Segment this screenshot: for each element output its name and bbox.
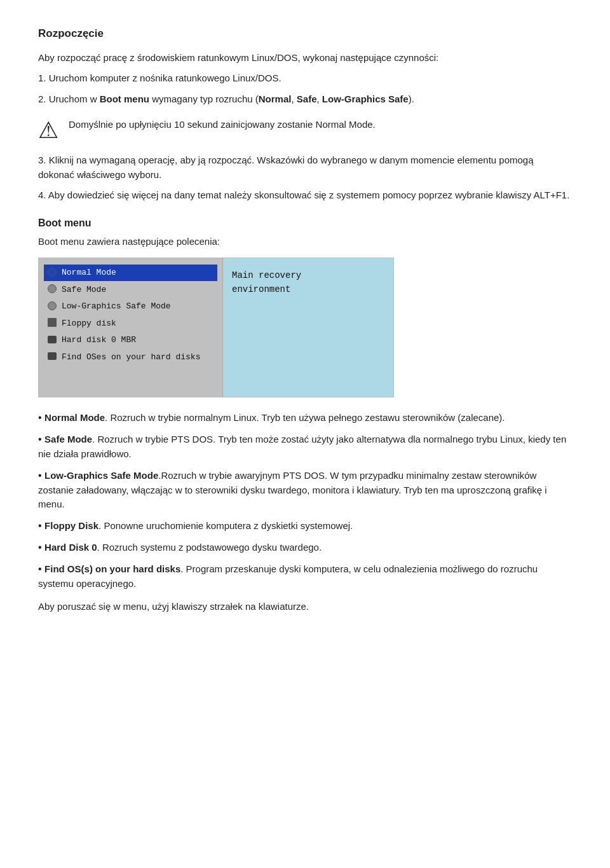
boot-menu-right-panel: Main recovery environment: [223, 258, 393, 397]
floppy-icon: [48, 318, 58, 328]
page-title: Rozpoczęcie: [38, 25, 572, 42]
menu-item-safe: Safe Mode: [44, 282, 217, 298]
warning-text: Domyślnie po upłynięciu 10 sekund zainic…: [69, 118, 376, 132]
menu-label-floppy: Floppy disk: [62, 317, 116, 330]
menu-label-normal: Normal Mode: [62, 266, 116, 279]
harddisk-desc: . Rozruch systemu z podstawowego dysku t…: [97, 542, 322, 553]
menu-label-safe: Safe Mode: [62, 284, 106, 296]
harddisk-icon: [48, 335, 58, 345]
boot-menu-desc: Boot menu zawiera następujące polecenia:: [38, 235, 572, 249]
step2-safe-bold: Safe: [297, 93, 317, 104]
step1-paragraph: 1. Uruchom komputer z nośnika ratunkoweg…: [38, 71, 572, 86]
step2-suffix: wymagany typ rozruchu (: [149, 93, 259, 104]
menu-label-findos: Find OSes on your hard disks: [62, 351, 200, 364]
lowgraphics-mode-bullet: Low-Graphics Safe Mode.Rozruch w trybie …: [38, 468, 572, 512]
normal-mode-desc: . Rozruch w trybie normalnym Linux. Tryb…: [105, 412, 505, 423]
safe-mode-title: Safe Mode: [44, 434, 92, 444]
findos-icon: [48, 352, 58, 362]
menu-label-harddisk: Hard disk 0 MBR: [62, 334, 136, 347]
step2-boot-menu-bold: Boot menu: [100, 93, 149, 104]
safe-mode-desc: . Rozruch w trybie PTS DOS. Tryb ten moż…: [38, 434, 566, 459]
intro-paragraph: Aby rozpocząć pracę z środowiskiem ratun…: [38, 51, 572, 65]
findos-bullet: Find OS(s) on your hard disks. Program p…: [38, 561, 572, 591]
boot-menu-section: Boot menu Boot menu zawiera następujące …: [38, 216, 572, 398]
warning-block: ⚠ Domyślnie po upłynięciu 10 sekund zain…: [38, 118, 572, 142]
lowgraphics-mode-title: Low-Graphics Safe Mode: [44, 470, 158, 481]
safe-mode-bullet: Safe Mode. Rozruch w trybie PTS DOS. Try…: [38, 432, 572, 462]
safe-mode-icon: [48, 284, 58, 294]
normal-mode-title: Normal Mode: [44, 412, 105, 423]
step2-end: ).: [409, 93, 414, 104]
menu-item-floppy: Floppy disk: [44, 315, 217, 332]
harddisk-bullet: Hard Disk 0. Rozruch systemu z podstawow…: [38, 540, 572, 555]
floppy-bullet: Floppy Disk. Ponowne uruchomienie komput…: [38, 518, 572, 534]
menu-item-findos: Find OSes on your hard disks: [44, 349, 217, 366]
lowgraphics-mode-icon: [48, 301, 58, 312]
step2-prefix: 2. Uruchom w: [38, 93, 100, 104]
step2-paragraph: 2. Uruchom w Boot menu wymagany typ rozr…: [38, 92, 572, 107]
findos-title: Find OS(s) on your hard disks: [44, 563, 180, 574]
floppy-desc: . Ponowne uruchomienie komputera z dyski…: [98, 520, 353, 531]
step3-paragraph: 3. Kliknij na wymaganą operację, aby ją …: [38, 153, 572, 182]
main-recovery-line2: environment: [232, 284, 290, 294]
harddisk-title: Hard Disk 0: [44, 542, 97, 553]
step2-comma: ,: [291, 93, 296, 104]
floppy-title: Floppy Disk: [44, 520, 98, 531]
menu-label-lowgraphics: Low-Graphics Safe Mode: [62, 300, 171, 313]
menu-item-normal: Normal Mode: [44, 265, 217, 281]
main-recovery-line1: Main recovery: [232, 270, 301, 280]
menu-item-harddisk: Hard disk 0 MBR: [44, 332, 217, 348]
menu-item-lowgraphics: Low-Graphics Safe Mode: [44, 298, 217, 315]
normal-mode-icon: [48, 268, 58, 278]
boot-menu-image: Normal Mode Safe Mode Low-Graphics Safe …: [38, 258, 394, 397]
warning-icon: ⚠: [38, 119, 58, 142]
step2-normal-bold: Normal: [259, 93, 292, 104]
boot-menu-left-panel: Normal Mode Safe Mode Low-Graphics Safe …: [39, 258, 223, 397]
step2-comma2: ,: [316, 93, 322, 104]
normal-mode-bullet: Normal Mode. Rozruch w trybie normalnym …: [38, 410, 572, 425]
step4-paragraph: 4. Aby dowiedzieć się więcej na dany tem…: [38, 188, 572, 203]
step2-lowgraphics-bold: Low-Graphics Safe: [322, 93, 409, 104]
navigation-note: Aby poruszać się w menu, użyj klawiszy s…: [38, 600, 572, 614]
boot-menu-heading: Boot menu: [38, 216, 572, 231]
